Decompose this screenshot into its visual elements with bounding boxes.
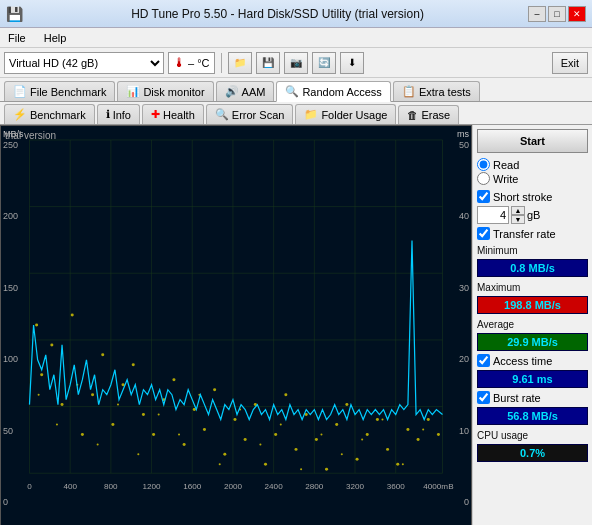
svg-text:1600: 1600: [183, 482, 202, 491]
aam-icon: 🔊: [225, 85, 239, 98]
svg-point-32: [183, 443, 186, 446]
tab-erase[interactable]: 🗑 Erase: [398, 105, 459, 124]
file-benchmark-icon: 📄: [13, 85, 27, 98]
start-button[interactable]: Start: [477, 129, 588, 153]
drive-select[interactable]: Virtual HD (42 gB): [4, 52, 164, 74]
y-right-20: 20: [459, 354, 469, 364]
spin-unit: gB: [527, 209, 540, 221]
svg-point-41: [274, 433, 277, 436]
tab-random-access[interactable]: 🔍 Random Access: [276, 81, 390, 102]
spin-up-button[interactable]: ▲: [511, 206, 525, 215]
average-value: 29.9 MB/s: [477, 333, 588, 351]
toolbar-btn-5[interactable]: ⬇: [340, 52, 364, 74]
toolbar-btn-2[interactable]: 💾: [256, 52, 280, 74]
transfer-rate-input[interactable]: [477, 227, 490, 240]
svg-point-22: [81, 433, 84, 436]
erase-icon: 🗑: [407, 109, 418, 121]
write-radio[interactable]: Write: [477, 172, 588, 185]
file-menu[interactable]: File: [4, 31, 30, 45]
folder-usage-icon: 📁: [304, 108, 318, 121]
minimize-button[interactable]: –: [528, 6, 546, 22]
svg-point-27: [132, 363, 135, 366]
benchmark-icon: ⚡: [13, 108, 27, 121]
restore-button[interactable]: □: [548, 6, 566, 22]
spinbox-input[interactable]: [477, 206, 509, 224]
tab-erase-label: Erase: [421, 109, 450, 121]
svg-point-70: [280, 424, 282, 426]
tab-error-scan[interactable]: 🔍 Error Scan: [206, 104, 294, 124]
toolbar-btn-4[interactable]: 🔄: [312, 52, 336, 74]
tab-info-label: Info: [113, 109, 131, 121]
burst-rate-checkbox[interactable]: Burst rate: [477, 391, 588, 404]
svg-point-38: [244, 438, 247, 441]
spin-down-button[interactable]: ▼: [511, 215, 525, 224]
close-button[interactable]: ✕: [568, 6, 586, 22]
access-time-value: 9.61 ms: [477, 370, 588, 388]
svg-point-74: [361, 438, 363, 440]
access-time-input[interactable]: [477, 354, 490, 367]
transfer-rate-label: Transfer rate: [493, 228, 556, 240]
svg-point-46: [325, 468, 328, 471]
svg-text:1200: 1200: [143, 482, 162, 491]
tab-extra-tests[interactable]: 📋 Extra tests: [393, 81, 480, 101]
tab-aam[interactable]: 🔊 AAM: [216, 81, 275, 101]
toolbar-btn-1[interactable]: 📁: [228, 52, 252, 74]
window-controls: – □ ✕: [528, 6, 586, 22]
svg-point-21: [71, 314, 74, 317]
tab-benchmark[interactable]: ⚡ Benchmark: [4, 104, 95, 124]
short-stroke-input[interactable]: [477, 190, 490, 203]
exit-button[interactable]: Exit: [552, 52, 588, 74]
transfer-rate-checkbox[interactable]: Transfer rate: [477, 227, 588, 240]
svg-point-56: [427, 418, 430, 421]
svg-point-40: [264, 463, 267, 466]
y-right-40: 40: [459, 211, 469, 221]
burst-rate-value: 56.8 MB/s: [477, 407, 588, 425]
y-left-200: 200: [3, 211, 18, 221]
cpu-usage-value: 0.7%: [477, 444, 588, 462]
spinbox-arrows: ▲ ▼: [511, 206, 525, 224]
svg-point-62: [117, 404, 119, 406]
svg-point-57: [437, 433, 440, 436]
read-radio-input[interactable]: [477, 158, 490, 171]
svg-point-19: [50, 343, 53, 346]
chart-overlay: trial version: [5, 130, 56, 141]
tab-disk-monitor[interactable]: 📊 Disk monitor: [117, 81, 213, 101]
write-radio-input[interactable]: [477, 172, 490, 185]
svg-text:2400: 2400: [265, 482, 284, 491]
svg-point-18: [40, 373, 43, 376]
tab-file-benchmark[interactable]: 📄 File Benchmark: [4, 81, 115, 101]
title-bar: 💾 HD Tune Pro 5.50 - Hard Disk/SSD Utili…: [0, 0, 592, 28]
menu-bar: File Help: [0, 28, 592, 48]
svg-point-52: [386, 448, 389, 451]
main-content: trial version MB/s ms 250 200 150 100 50…: [0, 125, 592, 525]
extra-tests-icon: 📋: [402, 85, 416, 98]
write-label: Write: [493, 173, 518, 185]
toolbar-btn-3[interactable]: 📷: [284, 52, 308, 74]
help-menu[interactable]: Help: [40, 31, 71, 45]
svg-point-64: [158, 414, 160, 416]
tab-info[interactable]: ℹ Info: [97, 104, 140, 124]
svg-point-77: [422, 428, 424, 430]
tab-health[interactable]: ✚ Health: [142, 104, 204, 124]
y-axis-left: 250 200 150 100 50 0: [3, 140, 18, 507]
burst-rate-input[interactable]: [477, 391, 490, 404]
error-scan-icon: 🔍: [215, 108, 229, 121]
access-time-label: Access time: [493, 355, 552, 367]
svg-point-54: [406, 428, 409, 431]
tab-row-1: 📄 File Benchmark 📊 Disk monitor 🔊 AAM 🔍 …: [0, 78, 592, 102]
read-radio[interactable]: Read: [477, 158, 588, 171]
cpu-usage-label: CPU usage: [477, 430, 588, 441]
svg-point-37: [233, 418, 236, 421]
svg-text:3600: 3600: [387, 482, 406, 491]
svg-point-49: [356, 458, 359, 461]
disk-monitor-icon: 📊: [126, 85, 140, 98]
tab-health-label: Health: [163, 109, 195, 121]
svg-point-50: [366, 433, 369, 436]
svg-point-76: [402, 463, 404, 465]
svg-point-73: [341, 453, 343, 455]
svg-point-29: [152, 433, 155, 436]
short-stroke-checkbox[interactable]: Short stroke: [477, 190, 588, 203]
y-right-50: 50: [459, 140, 469, 150]
access-time-checkbox[interactable]: Access time: [477, 354, 588, 367]
tab-folder-usage[interactable]: 📁 Folder Usage: [295, 104, 396, 124]
